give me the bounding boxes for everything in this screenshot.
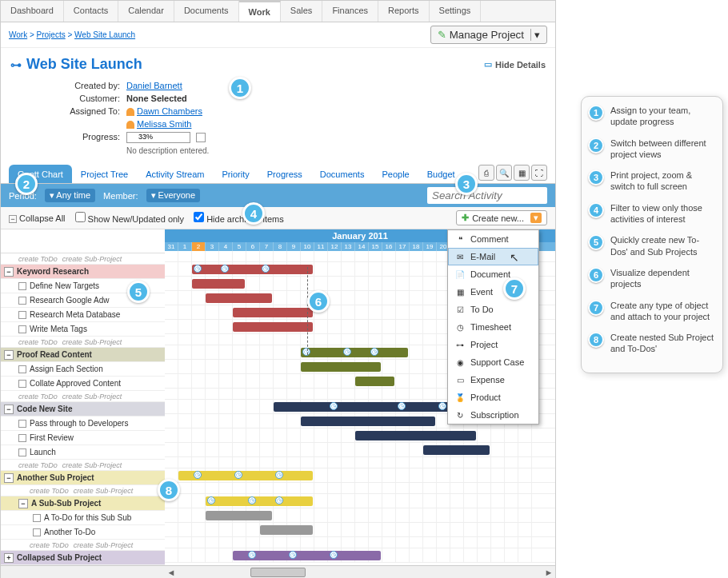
checkbox-icon[interactable] — [18, 297, 26, 305]
collapse-icon[interactable]: − — [4, 267, 14, 277]
checkbox-icon[interactable] — [18, 380, 26, 388]
tab-contacts[interactable]: Contacts — [64, 1, 118, 22]
breadcrumb-projects[interactable]: Projects — [37, 30, 66, 39]
print-button[interactable]: ⎙ — [478, 165, 494, 181]
create-new-dropdown[interactable]: ✚ Create new... ▾ — [456, 210, 547, 225]
tab-settings[interactable]: Settings — [430, 1, 482, 22]
task-label: Write Meta Tags — [30, 325, 87, 333]
menu-item-product[interactable]: 🏅Product — [448, 389, 538, 406]
badge-5: 5 — [127, 281, 150, 303]
menu-item-document[interactable]: 📄Document — [448, 265, 538, 283]
menu-item-subscription[interactable]: ↻Subscription — [448, 406, 538, 424]
checkbox-icon[interactable] — [18, 448, 26, 456]
legend-num: 6 — [588, 267, 604, 283]
task-row[interactable]: Assign Each Section — [1, 362, 165, 377]
collapse-icon[interactable]: − — [4, 405, 14, 414]
checkbox-icon[interactable] — [33, 528, 41, 536]
task-row[interactable]: Write Meta Tags — [1, 322, 165, 337]
create-sub-link[interactable]: create Sub-Project — [62, 461, 122, 469]
grid-button[interactable]: ▦ — [514, 165, 530, 181]
view-tab-documents[interactable]: Documents — [311, 165, 374, 183]
checkbox-icon[interactable] — [18, 420, 26, 428]
view-tab-activity[interactable]: Activity Stream — [137, 165, 213, 183]
progress-stepper[interactable] — [196, 133, 206, 142]
menu-item-support[interactable]: ◉Support Case — [448, 353, 538, 371]
show-new-checkbox[interactable]: Show New/Updated only — [75, 212, 185, 224]
checkbox-icon[interactable] — [18, 282, 26, 290]
create-todo-link[interactable]: create ToDo — [18, 338, 58, 346]
expand-icon[interactable]: + — [4, 553, 14, 563]
task-row[interactable]: Research Meta Database — [1, 308, 165, 322]
menu-item-email[interactable]: ✉E-Mail — [448, 248, 538, 265]
task-group-another[interactable]: −Another Sub Project — [1, 471, 165, 485]
checkbox-icon[interactable] — [18, 311, 26, 319]
assignee-link-2[interactable]: Melissa Smith — [137, 119, 191, 129]
tab-documents[interactable]: Documents — [174, 1, 239, 22]
menu-item-comment[interactable]: ❝Comment — [448, 230, 538, 248]
legend-num: 5 — [588, 234, 604, 250]
zoom-button[interactable]: 🔍 — [496, 165, 512, 181]
horizontal-scrollbar[interactable]: ◄ ► — [1, 565, 555, 578]
tab-calendar[interactable]: Calendar — [118, 1, 174, 22]
member-dropdown[interactable]: ▾ Everyone — [146, 189, 201, 202]
create-todo-link[interactable]: create ToDo — [30, 487, 69, 495]
collapse-icon[interactable]: − — [4, 350, 14, 360]
create-todo-link[interactable]: create ToDo — [18, 393, 58, 401]
legend-num: 8 — [588, 332, 604, 348]
menu-item-project[interactable]: ⊶Project — [448, 336, 538, 353]
task-row[interactable]: First Review — [1, 431, 165, 445]
task-row[interactable]: Collate Approved Content — [1, 377, 165, 391]
task-row[interactable]: A To-Do for this Sub Sub — [1, 511, 165, 525]
hide-details-button[interactable]: ▭ Hide Details — [484, 59, 546, 70]
task-row[interactable]: Another To-Do — [1, 525, 165, 540]
checkbox-icon[interactable] — [18, 434, 26, 442]
view-tab-priority[interactable]: Priority — [214, 165, 258, 183]
fullscreen-button[interactable]: ⛶ — [531, 165, 547, 181]
scroll-left-icon[interactable]: ◄ — [165, 568, 178, 577]
menu-item-timesheet[interactable]: ◷Timesheet — [448, 318, 538, 336]
create-sub-link[interactable]: create Sub-Project — [62, 255, 122, 263]
create-sub-link[interactable]: create Sub-Project — [74, 487, 134, 495]
tab-reports[interactable]: Reports — [378, 1, 430, 22]
task-group-proof[interactable]: −Proof Read Content — [1, 348, 165, 362]
checkbox-icon[interactable] — [33, 514, 41, 522]
manage-project-button[interactable]: ✎ Manage Project ▾ — [430, 26, 547, 44]
breadcrumb-work[interactable]: Work — [9, 30, 27, 39]
create-sub-link[interactable]: create Sub-Project — [74, 541, 134, 549]
tab-sales[interactable]: Sales — [281, 1, 323, 22]
created-by-link[interactable]: Daniel Barnett — [126, 81, 182, 90]
task-group-code[interactable]: −Code New Site — [1, 402, 165, 417]
tab-dashboard[interactable]: Dashboard — [1, 1, 64, 22]
checkbox-icon[interactable] — [18, 325, 26, 333]
breadcrumb-current[interactable]: Web Site Launch — [74, 30, 135, 39]
view-tab-tree[interactable]: Project Tree — [72, 165, 137, 183]
task-group-keyword[interactable]: −Keyword Research — [1, 265, 165, 279]
task-row[interactable]: Launch — [1, 445, 165, 460]
hide-archived-checkbox[interactable]: Hide archived items — [194, 212, 284, 224]
tab-finances[interactable]: Finances — [322, 1, 378, 22]
checkbox-icon[interactable] — [18, 365, 26, 373]
create-todo-link[interactable]: create ToDo — [18, 255, 58, 263]
create-todo-link[interactable]: create ToDo — [18, 461, 58, 469]
collapse-all-button[interactable]: − Collapse All — [9, 213, 66, 223]
task-row[interactable]: Pass through to Developers — [1, 417, 165, 431]
menu-item-todo[interactable]: ☑To Do — [448, 301, 538, 318]
create-sub-link[interactable]: create Sub-Project — [62, 393, 122, 401]
create-sub-link[interactable]: create Sub-Project — [62, 338, 122, 346]
task-group-collapsed[interactable]: +Collapsed Sub Project — [1, 551, 165, 565]
search-input[interactable] — [427, 187, 547, 204]
view-tab-progress[interactable]: Progress — [258, 165, 311, 183]
assignee-link-1[interactable]: Dawn Chambers — [137, 106, 202, 116]
legend-num: 4 — [588, 202, 604, 218]
tab-work[interactable]: Work — [239, 1, 281, 22]
period-dropdown[interactable]: ▾ Any time — [45, 189, 95, 202]
menu-item-expense[interactable]: ▭Expense — [448, 371, 538, 389]
menu-label: Event — [470, 287, 493, 297]
collapse-icon[interactable]: − — [18, 499, 28, 508]
create-todo-link[interactable]: create ToDo — [30, 541, 69, 549]
scroll-thumb[interactable] — [250, 568, 305, 577]
view-tab-people[interactable]: People — [373, 165, 418, 183]
task-group-subsub[interactable]: −A Sub-Sub Project — [1, 496, 165, 511]
scroll-right-icon[interactable]: ► — [542, 568, 555, 577]
collapse-icon[interactable]: − — [4, 473, 14, 483]
